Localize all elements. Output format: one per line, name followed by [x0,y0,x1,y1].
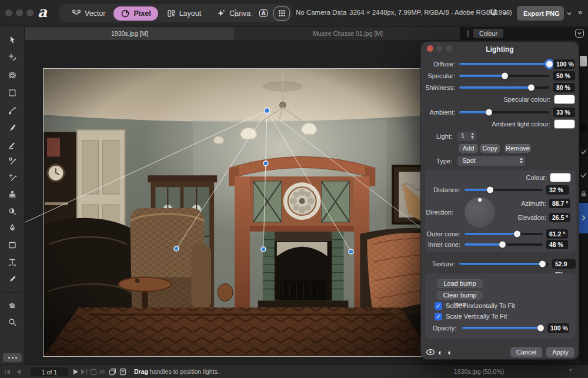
snapping-magnet-icon[interactable] [488,8,499,18]
ambient-value[interactable]: 33 % [553,108,575,117]
preview-eye-icon[interactable] [426,348,435,356]
export-chevron-down-icon[interactable] [566,11,572,16]
panel-drag-handle[interactable] [467,30,469,37]
specular-slider[interactable] [459,75,549,77]
colour-picker-tool[interactable] [4,272,21,287]
move-tool[interactable] [4,32,21,48]
ambient-slider[interactable] [459,111,549,113]
texture-value[interactable]: 52.9 px [552,259,576,269]
panel-collapse-icon[interactable] [575,29,584,38]
opacity-slider[interactable] [462,327,543,329]
skip-end-icon[interactable] [80,367,88,376]
window-zoom-button[interactable] [26,9,34,16]
window-minimize-button[interactable] [16,9,23,16]
add-light-button[interactable]: Add [459,144,478,153]
stepper-arrows-icon[interactable] [470,132,475,139]
ambient-light-colour-swatch[interactable] [554,119,575,129]
window-close-button[interactable] [5,9,12,16]
lock-icon[interactable] [580,190,587,197]
pages-icon[interactable] [119,367,127,376]
apply-button[interactable]: Apply [546,347,574,357]
remove-light-button[interactable]: Remove [505,144,531,153]
zoom-tool[interactable] [4,315,21,330]
record-macro-icon[interactable] [89,367,98,376]
toolbar-overflow-icon[interactable]: » [578,8,582,16]
texture-row: Texture: 52.9 px [421,259,580,269]
dialog-zoom-button[interactable] [446,45,452,52]
loop-icon[interactable] [98,367,106,376]
selection-brush-tool[interactable] [4,50,21,65]
outer-cone-slider[interactable] [465,233,543,235]
selected-layer-fragment[interactable] [579,203,588,233]
pixel-pencil-tool[interactable] [4,137,21,152]
shape-tool[interactable] [4,237,21,253]
outer-cone-value[interactable]: 61.2 ° [546,229,568,239]
duplicate-icon[interactable] [108,367,116,376]
colour-replacement-brush-tool[interactable] [4,153,21,169]
mirror-view-icon[interactable]: ◖ [447,348,452,357]
light-number-stepper[interactable]: 1 [457,132,476,141]
opacity-value[interactable]: 100 % [547,323,569,333]
play-icon[interactable] [72,367,80,376]
paint-brush-tool[interactable] [4,120,21,135]
scale-vertical-checkbox[interactable]: ✓ [435,313,442,320]
snapping-chevron-down-icon[interactable] [502,11,508,16]
affinity-photo-window: a Vector Pixel [0,0,588,378]
scale-vertical-label: Scale Vertically To Fit [446,313,507,320]
diffuse-value[interactable]: 100 % [553,59,575,69]
scale-horizontal-checkbox[interactable]: ✓ [435,302,442,310]
layer-check-icon[interactable] [580,172,587,178]
frame-text-tool[interactable] [4,255,21,270]
assistant-button[interactable]: A [255,6,272,21]
distance-row: Distance: 32 % [421,185,580,195]
inner-cone-value[interactable]: 48 % [546,240,568,249]
dodge-burn-tool[interactable] [4,203,21,219]
top-toolbar: a Vector Pixel [0,0,588,26]
view-hand-tool[interactable] [4,297,21,312]
shininess-slider[interactable] [459,86,549,89]
export-png-button[interactable]: Export PNG [517,6,564,21]
panel-scrollbar-thumb[interactable] [580,56,587,66]
shininess-value[interactable]: 80 % [553,83,575,92]
persona-pixel[interactable]: Pixel [113,6,158,21]
pen-tool[interactable] [4,220,21,236]
smart-selection-tool[interactable] [4,68,21,83]
scroll-left-icon[interactable] [14,367,22,376]
inner-cone-slider[interactable] [465,243,543,246]
layer-check-icon[interactable] [580,149,587,155]
azimuth-value[interactable]: 88.7 ° [549,199,570,208]
flood-select-tool[interactable] [4,103,21,118]
distance-slider[interactable] [465,189,543,191]
light-colour-swatch[interactable] [550,173,571,182]
specular-colour-swatch[interactable] [554,95,575,104]
cancel-button[interactable]: Cancel [510,347,542,357]
specular-value[interactable]: 50 % [553,71,575,81]
split-view-icon[interactable]: ◐ [438,348,443,357]
erase-brush-tool[interactable] [4,170,21,185]
clone-stamp-tool[interactable] [4,186,21,202]
persona-vector[interactable]: Vector [65,6,112,21]
more-tools-button[interactable] [3,353,22,362]
load-bump-map-button[interactable]: Load bump map [437,279,483,288]
assistant-group: A [252,4,293,22]
distance-value[interactable]: 32 % [546,185,569,195]
tab-musee-chasse[interactable]: Musee Chasse 01.jpg [M] [235,27,461,40]
diffuse-slider[interactable] [459,63,549,65]
persona-layout-label: Layout [179,9,202,18]
clear-bump-map-button[interactable]: Clear bump map [437,291,483,300]
persona-overflow-menu-icon[interactable]: ⋮ [231,6,240,20]
tab-1930s-jpg[interactable]: 1930s.jpg [M] [25,27,235,40]
type-dropdown[interactable]: Spot [457,156,525,166]
colour-panel-tab[interactable]: Colour [473,29,503,38]
texture-slider[interactable] [459,263,549,265]
scroll-left-end-icon[interactable] [4,367,12,376]
copy-light-button[interactable]: Copy [480,144,500,153]
marquee-select-tool[interactable] [4,85,21,101]
azimuth-row: Azimuth: 88.7 ° [421,199,580,208]
persona-layout[interactable]: Layout [159,6,209,21]
canvas-photo[interactable] [43,68,432,357]
dialog-minimize-button[interactable] [436,45,443,52]
dialog-close-button[interactable] [427,45,433,52]
grid-view-button[interactable] [273,6,290,21]
elevation-value[interactable]: 26.5 ° [549,213,570,222]
